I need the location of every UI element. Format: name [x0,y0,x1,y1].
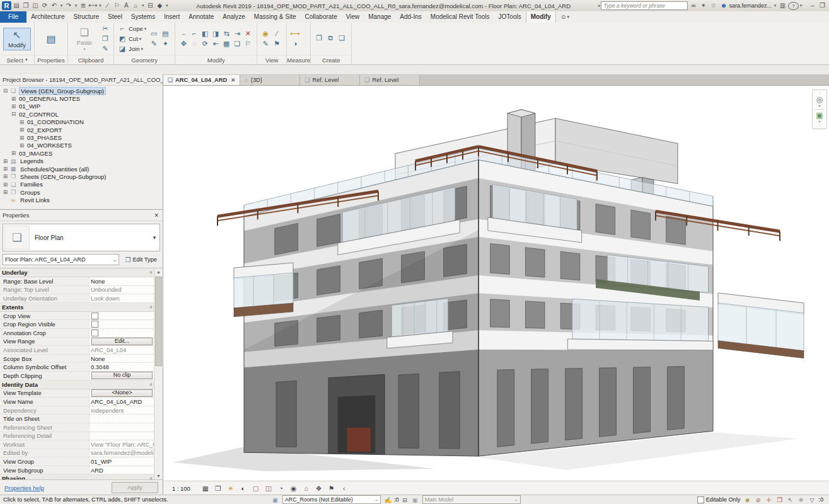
signed-in-user[interactable]: sara.fernandez... [729,3,772,9]
pin-icon[interactable]: ⚐ [243,39,253,49]
section-underlay[interactable]: Underlay« [0,268,154,277]
property-value[interactable] [90,432,154,440]
search-input[interactable]: Type a keyword or phrase [601,1,688,10]
design-options-icon[interactable]: ⊟ [401,496,409,503]
open-icon[interactable]: ❐ [21,1,30,10]
menu-tab-modify[interactable]: Modify [526,11,556,23]
type-selector-caret[interactable]: ▾ [149,234,159,241]
tree-collapse-icon[interactable]: ⊟ [11,111,16,117]
depth-clipping-button[interactable]: No clip [91,372,153,379]
design-option-selector[interactable]: Main Model⌄ [422,495,521,504]
visual-style-icon[interactable]: ❒ [214,484,223,492]
cut-icon[interactable]: ✂ [100,24,110,33]
tree-expand-icon[interactable]: ⊞ [3,158,8,164]
demolish-icon[interactable]: ✦ [160,39,170,49]
property-value[interactable] [90,320,154,328]
property-value[interactable] [90,423,154,432]
tree-item-03-images[interactable]: ⊞03_IMAGES [0,149,163,157]
close-tab-icon[interactable]: ✕ [231,77,235,83]
tree-expand-icon[interactable]: ⊞ [3,166,8,172]
menu-tab-view[interactable]: View [342,11,364,23]
tree-item-families[interactable]: ⊞❑Families [0,181,163,188]
sync-icon[interactable]: ⟳ [40,1,49,10]
trim-icon[interactable]: ⇤ [211,39,221,49]
tree-expand-icon[interactable]: ⊞ [11,103,16,110]
panel-label-select[interactable]: Select▾ [0,55,34,64]
show-crop-region-icon[interactable]: ◫ [264,484,273,492]
search-collapse-icon[interactable]: ◂ [598,3,600,8]
editable-only-filter[interactable]: Editable Only [697,496,741,503]
legend-component-icon[interactable]: ❐ [314,33,324,43]
qat-customize-caret[interactable]: ▾ [165,1,169,10]
save-icon[interactable]: ◫ [31,1,40,10]
property-value[interactable] [90,312,154,320]
delete-icon[interactable]: ✕ [243,29,253,38]
properties-header[interactable]: Properties ✕ [0,210,163,221]
crop-region-visible-checkbox[interactable] [91,321,98,328]
split-gap-icon[interactable]: ⇥ [232,29,242,38]
view-template-button[interactable]: <None> [91,389,153,397]
filter-icon[interactable]: ▽ [808,496,816,503]
measure-line-icon[interactable]: ∕ [103,1,112,10]
menu-tab-analyze[interactable]: Analyze [218,11,250,23]
menu-tab-insert[interactable]: Insert [159,11,184,23]
menu-tab-structure[interactable]: Structure [69,11,103,23]
restore-icon[interactable]: ❐ [818,1,827,10]
view-caret[interactable]: ▾ [141,1,145,10]
select-toggle-icon[interactable]: ↖ [786,496,794,503]
tree-expand-icon[interactable]: ⊞ [19,142,25,149]
property-value[interactable]: sara.fernandez@modelical.com [90,449,154,457]
crop-view-checkbox[interactable] [91,312,98,319]
view-scale[interactable]: 1 : 100 [172,485,190,492]
tree-expand-icon[interactable]: ⊞ [3,181,8,188]
match-type-icon[interactable]: ✎ [100,44,110,54]
zoom-region-icon[interactable]: ▣ [816,111,823,120]
property-value[interactable]: No clip [90,372,154,380]
steering-wheel-caret[interactable]: ▾ [818,104,820,108]
linework-icon[interactable]: ∕ [272,29,282,38]
reveal-hidden-icon[interactable]: ◉ [289,484,298,492]
array-icon[interactable]: ▦ [221,39,231,49]
offset-icon[interactable]: ⌐ [189,29,199,38]
beam-icon[interactable]: ▭ [149,29,159,38]
settings-gear-icon[interactable]: ✱ [797,496,805,503]
view-tab-ref-level[interactable]: ❏Ref. Level [360,75,420,85]
property-value[interactable]: ARD [90,466,154,474]
align-icon[interactable]: ⎯ [178,29,188,38]
scale-icon[interactable]: ❏ [232,39,242,49]
model-canvas[interactable]: ○◎▾▣▾○ [163,86,829,481]
property-value[interactable] [90,415,154,423]
menu-tab-jotools[interactable]: JOTools [494,11,526,23]
cut-button[interactable]: ◩Cut▾ [117,34,146,43]
tree-item-views-gen-group-subgroup[interactable]: ⊟❏Views (GEN_Group-Subgroup) [0,87,163,94]
tree-expand-icon[interactable]: ⊞ [19,127,25,133]
menu-tab-annotate[interactable]: Annotate [184,11,218,23]
property-value[interactable]: None [90,355,154,363]
tree-expand-icon[interactable]: ⊞ [3,189,8,195]
tree-item-00-general-notes[interactable]: ⊞00_GENERAL NOTES [0,94,163,102]
cope-button[interactable]: ⌐Cope▾ [117,24,146,33]
tree-item-02-control[interactable]: ⊟02_CONTROL [0,110,163,118]
default-3d-view-icon[interactable]: ⌂ [131,1,140,10]
link-status-icon[interactable]: ❐ [775,496,784,503]
property-value[interactable]: 01_WIP [90,457,154,466]
worksharing-display-icon[interactable]: ☻ [743,496,751,503]
tree-item-sheets-gen-group-subgroup[interactable]: ⊞❐Sheets (GEN_Group-Subgroup) [0,173,163,180]
tree-item-schedules-quantities-all[interactable]: ⊞▦Schedules/Quantities (all) [0,165,163,173]
reveal-constraints-icon[interactable]: ⚑ [327,484,336,492]
active-workset-icon[interactable]: ◆ [155,1,164,10]
menu-tab-architecture[interactable]: Architecture [26,11,69,23]
menu-tab-add-ins[interactable]: Add-Ins [395,11,426,23]
copy-modify-icon[interactable]: ◌ [189,39,199,49]
property-value[interactable]: Independent [90,406,154,415]
mirror-draw-icon[interactable]: ◨ [211,29,221,38]
join-button[interactable]: ◪Join▾ [117,44,146,54]
measure-icon[interactable]: ⟷ [290,29,300,38]
section-identity-data[interactable]: Identity Data« [0,381,154,389]
unlocked-orientation-icon[interactable]: ⌂ [302,484,311,492]
worksets-icon[interactable]: ▣ [271,496,279,503]
property-value[interactable]: Unbounded [90,286,154,294]
redo-icon[interactable]: ↷ [64,1,73,10]
menu-tab-file[interactable]: File [0,11,26,23]
crop-view-icon[interactable]: ▢ [252,484,260,492]
